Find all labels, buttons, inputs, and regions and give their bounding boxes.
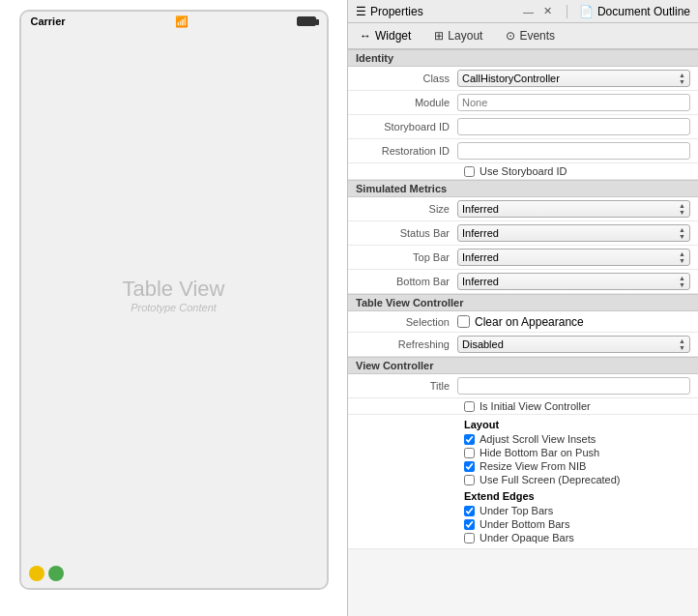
class-select-value: CallHistoryController [462,73,679,84]
is-initial-view-controller-label[interactable]: Is Initial View Controller [464,400,591,412]
tab-layout[interactable]: ⊞ Layout [430,27,486,44]
title-label: Title [356,380,457,392]
use-storyboard-id-row: Use Storyboard ID [348,163,698,180]
status-bar-arrows: ▲ ▼ [679,226,685,240]
size-value: Inferred [462,203,679,215]
under-opaque-bars-checkbox[interactable] [464,533,475,543]
under-top-bars-checkbox[interactable] [464,506,475,516]
document-outline-label: Document Outline [597,5,690,18]
storyboard-id-row: Storyboard ID [348,115,698,139]
refreshing-label: Refreshing [356,338,457,350]
resize-view-label: Resize View From NIB [480,460,586,472]
under-bottom-bars-label: Under Bottom Bars [480,518,570,530]
tab-events[interactable]: ⊙ Events [502,27,559,44]
module-row: Module [348,91,698,115]
layout-icon: ⊞ [434,29,444,43]
is-initial-view-controller-checkbox[interactable] [464,401,475,412]
table-view-label: Table View [123,277,225,302]
bottom-bar-arrows: ▲ ▼ [679,275,685,288]
bottom-bar-select[interactable]: Inferred ▲ ▼ [457,273,690,290]
resize-view-item: Resize View From NIB [464,459,690,473]
hide-bottom-bar-label: Hide Bottom Bar on Push [480,447,599,458]
panel-title: ☰ Properties [356,5,423,18]
status-bar-select[interactable]: Inferred ▲ ▼ [457,224,690,242]
document-icon: 📄 [579,5,594,18]
clear-on-appearance-checkbox[interactable] [457,315,470,328]
document-outline-title: 📄 Document Outline [579,5,690,18]
bottom-bar-row: Bottom Bar Inferred ▲ ▼ [348,270,698,294]
selection-row: Selection Clear on Appearance [348,311,698,333]
layout-title: Layout [464,419,690,430]
status-bar-row: Status Bar Inferred ▲ ▼ [348,221,698,246]
ios-bottom-bar [21,559,327,588]
wifi-icon: 📶 [175,15,189,28]
divider [567,5,567,18]
restoration-id-label: Restoration ID [356,145,457,157]
under-bottom-bars-item: Under Bottom Bars [464,517,690,531]
class-value: CallHistoryController ▲ ▼ [457,70,690,87]
module-input[interactable] [457,94,690,111]
under-opaque-bars-item: Under Opaque Bars [464,531,690,544]
table-view-controller-section-header: Table View Controller [348,294,698,311]
restoration-id-input[interactable] [457,142,690,160]
status-bar-value: Inferred [462,227,679,239]
resize-view-checkbox[interactable] [464,461,475,472]
top-bar-arrows: ▲ ▼ [679,250,685,264]
adjust-scroll-label: Adjust Scroll View Insets [480,433,596,445]
under-bottom-bars-checkbox[interactable] [464,519,475,530]
status-bar-label: Status Bar [356,227,457,239]
widget-label: Widget [375,29,411,43]
refreshing-arrows: ▲ ▼ [679,337,685,351]
ios-status-bar: Carrier 📶 [21,12,327,31]
select-arrows: ▲ ▼ [679,72,685,85]
layout-label: Layout [448,29,482,43]
panel-controls: — ✕ [520,4,555,18]
title-input[interactable] [457,377,690,395]
under-top-bars-item: Under Top Bars [464,504,690,517]
yellow-circle-button[interactable] [29,566,44,581]
class-select[interactable]: CallHistoryController ▲ ▼ [457,70,690,87]
hide-bottom-bar-checkbox[interactable] [464,448,475,458]
panel-minimize-button[interactable]: — [520,5,537,18]
refreshing-row: Refreshing Disabled ▲ ▼ [348,333,698,357]
events-icon: ⊙ [506,29,515,43]
green-circle-button[interactable] [48,566,64,581]
refreshing-value: Disabled [462,338,679,350]
restoration-id-row: Restoration ID [348,139,698,163]
under-top-bars-label: Under Top Bars [480,505,553,516]
selection-label: Selection [356,316,457,328]
use-full-screen-label: Use Full Screen (Deprecated) [480,474,621,485]
size-select-arrows: ▲ ▼ [679,202,685,216]
use-storyboard-id-checkbox[interactable] [464,166,475,177]
hide-bottom-bar-item: Hide Bottom Bar on Push [464,446,690,459]
adjust-scroll-checkbox[interactable] [464,434,475,445]
identity-section-header: Identity [348,49,698,67]
widget-icon: ↔ [360,29,371,43]
tabs-row: ↔ Widget ⊞ Layout ⊙ Events [348,23,698,49]
view-controller-section-header: View Controller [348,357,698,374]
top-bar-select[interactable]: Inferred ▲ ▼ [457,249,690,266]
use-full-screen-checkbox[interactable] [464,475,475,485]
title-row: Title [348,374,698,398]
properties-icon: ☰ [356,5,366,18]
under-opaque-bars-label: Under Opaque Bars [480,532,574,543]
extend-edges-title: Extend Edges [464,490,690,502]
top-bar-row: Top Bar Inferred ▲ ▼ [348,246,698,270]
size-row: Size Inferred ▲ ▼ [348,197,698,221]
refreshing-select[interactable]: Disabled ▲ ▼ [457,336,690,353]
size-select[interactable]: Inferred ▲ ▼ [457,200,690,218]
panel-close-button[interactable]: ✕ [540,4,555,18]
simulated-metrics-section-header: Simulated Metrics [348,180,698,197]
use-full-screen-item: Use Full Screen (Deprecated) [464,473,690,486]
tab-widget[interactable]: ↔ Widget [356,27,415,44]
simulator-panel: Carrier 📶 Table View Prototype Content [0,0,348,616]
clear-on-appearance-label: Clear on Appearance [475,315,584,329]
prototype-content-label: Prototype Content [131,302,217,313]
ios-content: Table View Prototype Content [21,31,327,559]
storyboard-id-input[interactable] [457,118,690,135]
use-storyboard-id-label[interactable]: Use Storyboard ID [464,165,567,177]
carrier-label: Carrier [31,15,66,27]
adjust-scroll-item: Adjust Scroll View Insets [464,432,690,446]
storyboard-id-label: Storyboard ID [356,121,457,132]
class-label: Class [356,73,457,84]
